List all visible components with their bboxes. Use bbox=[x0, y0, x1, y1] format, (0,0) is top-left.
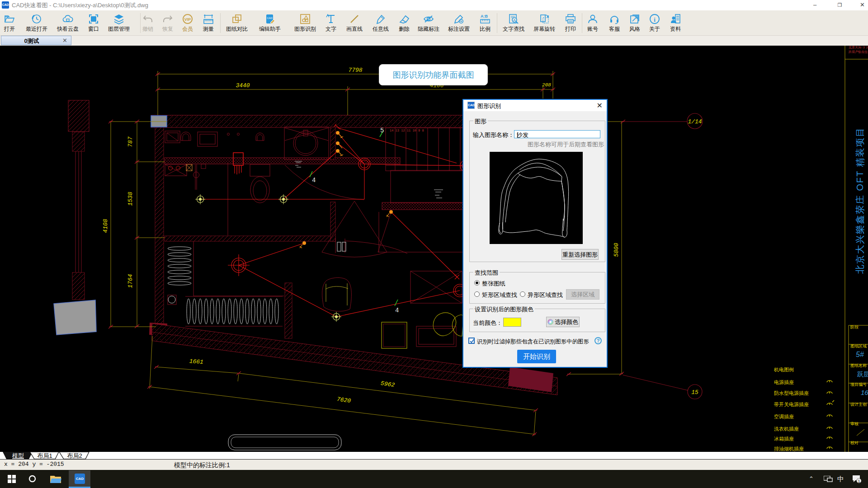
svg-text:布局2: 布局2 bbox=[66, 452, 82, 459]
svg-text:空调插座: 空调插座 bbox=[774, 414, 794, 419]
svg-text:VIP: VIP bbox=[184, 17, 191, 22]
svg-text:208: 208 bbox=[542, 82, 551, 88]
svg-text:1538: 1538 bbox=[127, 192, 134, 206]
svg-text:北京大兴樂鑫荥庄 OFT 精装项目: 北京大兴樂鑫荥庄 OFT 精装项目 bbox=[855, 127, 865, 274]
svg-text:4: 4 bbox=[312, 177, 316, 184]
svg-text:项目编号: 项目编号 bbox=[850, 382, 867, 387]
svg-text:4: 4 bbox=[395, 307, 399, 314]
svg-text:审核: 审核 bbox=[850, 422, 859, 426]
svg-text:3440: 3440 bbox=[236, 82, 250, 89]
svg-text:跨层户型点位布置图: 跨层户型点位布置图 bbox=[849, 50, 868, 54]
svg-text:A: A bbox=[513, 18, 516, 22]
svg-text:5800: 5800 bbox=[613, 243, 620, 257]
svg-text:1764: 1764 bbox=[127, 274, 134, 288]
svg-text:4108: 4108 bbox=[102, 219, 109, 233]
svg-text:5#: 5# bbox=[856, 351, 864, 358]
svg-text:校对: 校对 bbox=[850, 441, 859, 445]
svg-text:16: 16 bbox=[861, 389, 868, 396]
svg-text:洗衣机插座: 洗衣机插座 bbox=[774, 426, 799, 432]
svg-text:5: 5 bbox=[380, 127, 384, 134]
svg-text:14 13 12 11 10 9 8: 14 13 12 11 10 9 8 bbox=[390, 129, 424, 132]
svg-text:图纸区域: 图纸区域 bbox=[850, 344, 867, 348]
svg-text:电源插座: 电源插座 bbox=[774, 380, 794, 385]
svg-text:跃层: 跃层 bbox=[857, 371, 868, 378]
svg-text:15: 15 bbox=[691, 389, 698, 396]
svg-text:A:B: A:B bbox=[481, 14, 488, 19]
svg-text:设计主创: 设计主创 bbox=[850, 402, 867, 407]
svg-text:北京大兴-３２ 机电图纸: 北京大兴-３２ 机电图纸 bbox=[849, 46, 868, 49]
svg-text:机电图例: 机电图例 bbox=[774, 367, 794, 372]
svg-text:模型: 模型 bbox=[12, 452, 24, 459]
svg-text:排油烟机插座: 排油烟机插座 bbox=[774, 446, 804, 451]
svg-text:阶段: 阶段 bbox=[850, 325, 859, 329]
svg-text:图纸名称: 图纸名称 bbox=[850, 363, 867, 368]
svg-text:布局1: 布局1 bbox=[37, 452, 52, 459]
svg-text:1: 1 bbox=[858, 479, 860, 483]
svg-text:冰箱插座: 冰箱插座 bbox=[774, 436, 794, 441]
svg-text:防水型电源插座: 防水型电源插座 bbox=[774, 390, 809, 396]
svg-text:i: i bbox=[654, 16, 656, 23]
svg-text:CAD: CAD bbox=[267, 17, 273, 19]
svg-text:带开关电源插座: 带开关电源插座 bbox=[774, 402, 809, 407]
svg-text:787: 787 bbox=[127, 136, 134, 147]
svg-text:1/14: 1/14 bbox=[688, 118, 702, 125]
svg-text:7798: 7798 bbox=[348, 67, 362, 74]
svg-text:1661: 1661 bbox=[189, 358, 203, 366]
